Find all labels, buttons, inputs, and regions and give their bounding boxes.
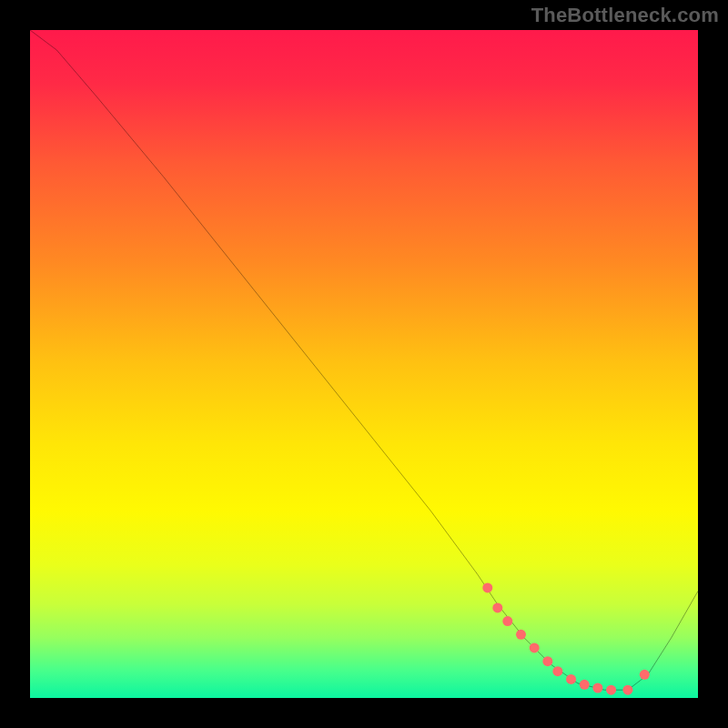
dot: [606, 685, 616, 695]
dot: [542, 656, 552, 666]
dot: [482, 582, 492, 592]
dot: [566, 674, 576, 684]
dot: [580, 680, 590, 690]
heatmap-plot: [30, 30, 698, 698]
dot: [516, 630, 526, 640]
dot: [622, 685, 632, 695]
dot: [552, 666, 562, 676]
watermark-label: TheBottleneck.com: [531, 4, 719, 27]
dot: [640, 670, 650, 680]
dot: [502, 616, 512, 626]
dot: [530, 642, 540, 652]
dot: [592, 682, 602, 693]
gradient-background: [30, 30, 698, 698]
chart-frame: TheBottleneck.com: [0, 0, 728, 728]
dot: [492, 602, 502, 612]
